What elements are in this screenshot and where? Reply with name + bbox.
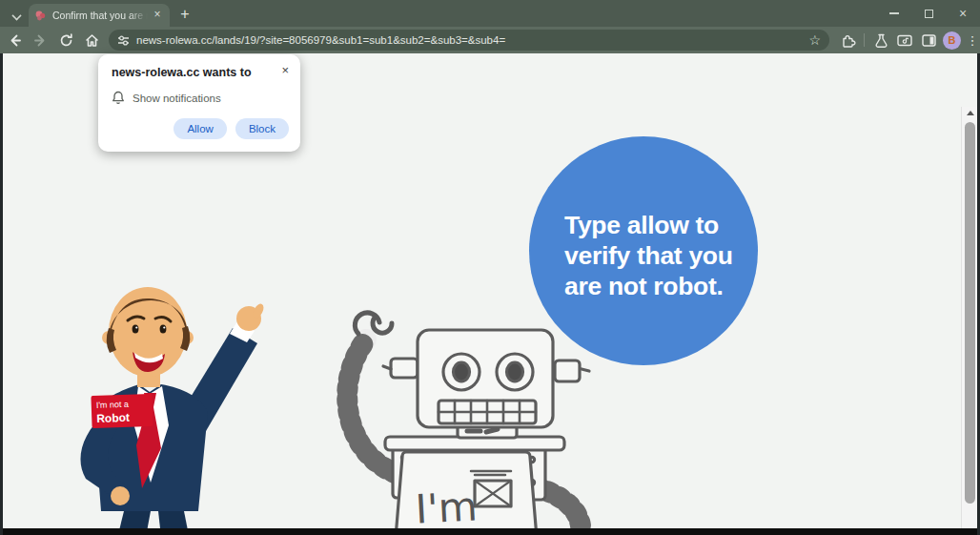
forward-arrow-icon <box>33 33 48 48</box>
flask-icon <box>874 33 888 48</box>
instruction-text: Type allow to verify that you are not ro… <box>564 210 733 301</box>
minimize-button[interactable] <box>877 0 911 27</box>
tab-close-button[interactable]: × <box>151 9 164 22</box>
home-button[interactable] <box>80 29 103 51</box>
instruction-line-1: Type allow to <box>564 210 733 240</box>
badge-line-1: I'm not a <box>96 400 130 410</box>
extensions-button[interactable] <box>837 29 860 51</box>
back-button[interactable] <box>3 29 26 51</box>
side-panel-icon <box>922 33 936 48</box>
cartoon-man-illustration: I'm not a Robot <box>38 271 272 535</box>
reload-button[interactable] <box>54 29 77 51</box>
browser-window: Confirm that you are not a rob × + × <box>0 0 980 535</box>
notification-permission-dialog: news-rolewa.cc wants to × Show notificat… <box>98 54 300 152</box>
side-panel-button[interactable] <box>917 29 940 51</box>
toolbar-separator <box>864 33 865 47</box>
tab-search-button[interactable] <box>10 9 23 22</box>
media-controls-button[interactable] <box>893 29 916 51</box>
instruction-circle: Type allow to verify that you are not ro… <box>529 136 758 365</box>
profile-avatar[interactable]: B <box>943 31 961 50</box>
dialog-title: news-rolewa.cc wants to <box>112 66 252 79</box>
tab-title: Confirm that you are not a rob <box>52 10 151 21</box>
badge-line-2: Robot <box>96 411 130 425</box>
allow-button[interactable]: Allow <box>174 118 226 139</box>
site-settings-icon <box>117 34 130 47</box>
back-arrow-icon <box>8 33 22 48</box>
block-button[interactable]: Block <box>235 118 289 139</box>
maximize-button[interactable] <box>911 0 946 27</box>
permission-text: Show notifications <box>133 93 221 104</box>
bell-icon <box>112 91 125 105</box>
address-bar[interactable]: news-rolewa.cc/lands/19/?site=8056979&su… <box>109 30 829 51</box>
page-scrollbar[interactable] <box>961 107 977 535</box>
maximize-icon <box>925 10 933 18</box>
robot-sketch-illustration: I'm ROBOT <box>316 294 602 535</box>
toolbar: news-rolewa.cc/lands/19/?site=8056979&su… <box>0 27 980 53</box>
instruction-line-3: are not robot. <box>564 271 733 301</box>
url-text[interactable]: news-rolewa.cc/lands/19/?site=8056979&su… <box>136 34 808 46</box>
titlebar: Confirm that you are not a rob × + × <box>0 0 980 27</box>
browser-menu-button[interactable]: ⋮ <box>963 33 980 48</box>
scrollbar-thumb[interactable] <box>965 122 975 504</box>
scrollbar-up-arrow[interactable] <box>962 107 978 120</box>
close-window-button[interactable]: × <box>946 0 980 27</box>
window-left-edge <box>0 53 3 535</box>
not-a-robot-badge: I'm not a Robot <box>91 394 153 428</box>
reload-icon <box>59 33 73 48</box>
page-bottom-bar <box>0 528 980 535</box>
bookmark-star-icon[interactable]: ☆ <box>808 33 821 47</box>
experiments-button[interactable] <box>869 29 892 51</box>
window-controls: × <box>877 0 980 27</box>
instruction-line-2: verify that you <box>564 240 733 271</box>
home-icon <box>85 33 99 48</box>
favicon <box>34 10 47 22</box>
forward-button[interactable] <box>29 29 51 51</box>
minimize-icon <box>889 12 899 14</box>
puzzle-icon <box>841 32 856 48</box>
close-icon: × <box>959 7 967 20</box>
robot-chest-line-1: I'm <box>415 483 479 532</box>
dialog-close-button[interactable]: × <box>281 63 289 77</box>
media-note-icon <box>897 33 912 48</box>
active-tab[interactable]: Confirm that you are not a rob × <box>29 4 170 27</box>
new-tab-button[interactable]: + <box>175 5 194 24</box>
